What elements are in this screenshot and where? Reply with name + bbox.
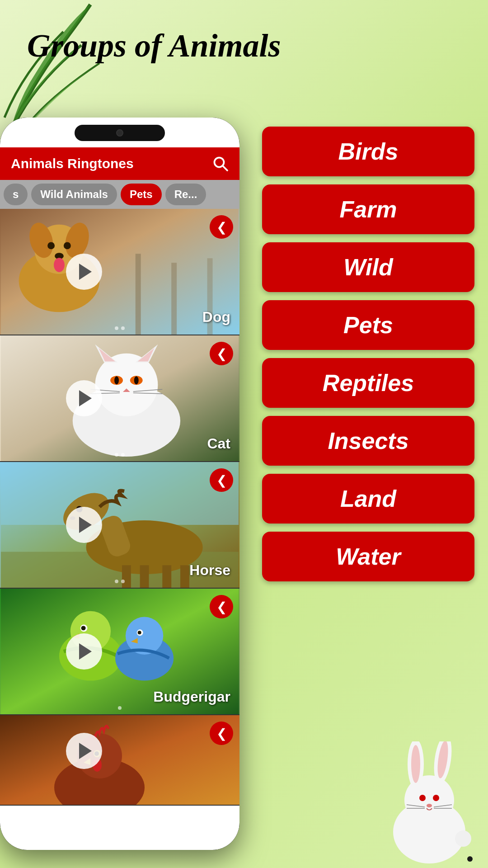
svg-rect-40 (162, 565, 171, 588)
svg-point-63 (411, 745, 420, 783)
dog-card: ❮ Dog (0, 209, 239, 335)
phone-notch (75, 125, 165, 141)
dog-dots (115, 326, 125, 330)
category-tabs: s Wild Animals Pets Re... (0, 180, 239, 209)
svg-line-1 (223, 166, 227, 170)
svg-rect-38 (122, 565, 131, 588)
page-title: Groups of Animals (27, 27, 281, 65)
svg-point-23 (114, 376, 119, 384)
category-btn-land[interactable]: Land (262, 474, 474, 524)
cat-back-button[interactable]: ❮ (210, 342, 233, 365)
play-triangle-cat (79, 390, 92, 406)
play-triangle-horse (79, 517, 92, 533)
cat-card-bg (0, 335, 239, 461)
category-btn-water[interactable]: Water (262, 532, 474, 581)
play-triangle (79, 264, 92, 280)
tab-item-s[interactable]: s (4, 184, 28, 205)
budgerigar-card: ❮ Budgerigar (0, 589, 239, 715)
svg-point-67 (433, 795, 439, 801)
tab-wild-animals[interactable]: Wild Animals (31, 184, 117, 205)
svg-rect-11 (136, 254, 141, 335)
category-btn-wild[interactable]: Wild (262, 242, 474, 292)
budgerigar-play-button[interactable] (66, 633, 102, 670)
chicken-play-button[interactable] (66, 733, 102, 769)
svg-point-16 (95, 354, 158, 416)
dog-label: Dog (202, 309, 230, 326)
chicken-card-bg (0, 715, 239, 806)
tab-re[interactable]: Re... (165, 184, 206, 205)
tab-pets[interactable]: Pets (121, 184, 162, 205)
svg-point-10 (54, 258, 65, 272)
bird-label: Budgerigar (153, 689, 230, 705)
category-btn-farm[interactable]: Farm (262, 184, 474, 234)
category-btn-birds[interactable]: Birds (262, 127, 474, 176)
bird-dots (118, 706, 122, 710)
app-header: Animals Ringtones (0, 147, 239, 180)
cat-label: Cat (207, 435, 230, 452)
cat-dots (115, 453, 125, 457)
svg-rect-41 (180, 565, 189, 588)
svg-point-7 (47, 242, 55, 249)
horse-label: Horse (189, 562, 230, 579)
dog-back-button[interactable]: ❮ (210, 215, 233, 239)
play-triangle-chicken (79, 743, 92, 759)
cat-play-button[interactable] (66, 380, 102, 416)
horse-play-button[interactable] (66, 507, 102, 543)
svg-rect-39 (140, 565, 149, 588)
svg-point-8 (64, 242, 71, 249)
search-icon[interactable] (212, 156, 229, 172)
svg-point-46 (81, 626, 86, 630)
bird-back-button[interactable]: ❮ (210, 595, 233, 618)
dog-play-button[interactable] (66, 254, 102, 290)
horse-back-button[interactable]: ❮ (210, 468, 233, 492)
phone-camera (116, 129, 123, 137)
phone-frame: Animals Ringtones s Wild Animals Pets Re… (0, 118, 239, 850)
svg-point-51 (138, 631, 141, 634)
chicken-card: ❮ (0, 715, 239, 806)
right-panel: Birds Farm Wild Pets Reptiles Insects La… (249, 118, 488, 590)
category-btn-insects[interactable]: Insects (262, 416, 474, 466)
horse-card: ❮ Horse (0, 462, 239, 589)
cat-card: ❮ Cat (0, 335, 239, 462)
svg-rect-12 (171, 263, 177, 335)
svg-point-24 (134, 376, 139, 384)
category-btn-reptiles[interactable]: Reptiles (262, 358, 474, 408)
svg-point-66 (419, 795, 426, 801)
svg-point-74 (467, 856, 473, 862)
horse-dots (115, 580, 125, 583)
animal-cards: ❮ Dog (0, 209, 239, 850)
rabbit-decoration (380, 741, 479, 868)
svg-point-68 (427, 804, 432, 807)
phone-screen: Animals Ringtones s Wild Animals Pets Re… (0, 118, 239, 850)
category-btn-pets[interactable]: Pets (262, 300, 474, 350)
chicken-back-button[interactable]: ❮ (210, 722, 233, 745)
svg-point-73 (455, 830, 471, 847)
play-triangle-bird (79, 643, 92, 660)
app-title: Animals Ringtones (11, 156, 134, 171)
